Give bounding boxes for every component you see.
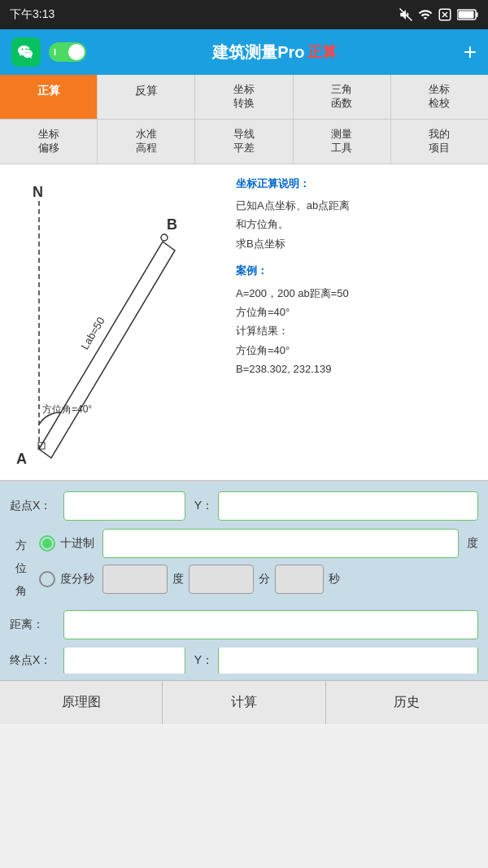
y-label-2: Y： <box>190 653 213 668</box>
header-title: 建筑测量Pro正算 <box>212 41 337 63</box>
case-line-2: 计算结果： <box>236 321 480 340</box>
nav-fansu[interactable]: 反算 <box>98 75 195 119</box>
zhongdian-x-input[interactable] <box>63 648 185 674</box>
jinjin-label: 十进制 <box>60 536 98 551</box>
case-line-0: A=200，200 ab距离=50 <box>236 284 480 303</box>
fenfen-row: 度分秒 度 分 秒 <box>39 565 478 594</box>
fangwei-vertical-label: 方 位 角 <box>10 529 33 602</box>
jisuan-button[interactable]: 计算 <box>163 681 325 724</box>
jinjin-radio[interactable] <box>39 535 55 552</box>
nav-zuobiao-jianjiao[interactable]: 坐标检校 <box>391 75 488 119</box>
fen-label: 分 <box>259 572 270 587</box>
qidian-y-input[interactable] <box>218 491 478 521</box>
battery-icon <box>457 9 478 20</box>
nav-row-2: 坐标偏移 水准高程 导线平差 测量工具 我的项目 <box>0 120 488 164</box>
status-bar: 下午3:13 <box>0 0 488 29</box>
case-line-3: 方位角=40° <box>236 341 480 360</box>
case-title: 案例： <box>236 261 480 280</box>
fen-input[interactable] <box>189 565 254 594</box>
description-title: 坐标正算说明： <box>236 174 480 193</box>
bottom-toolbar: 原理图 计算 历史 <box>0 680 488 724</box>
nav-daoxian[interactable]: 导线平差 <box>195 120 293 164</box>
case-line-4: B=238.302, 232.139 <box>236 360 480 378</box>
diagram-area: N A B <box>0 164 228 480</box>
svg-text:A: A <box>16 451 27 467</box>
wifi-icon <box>418 7 433 22</box>
miao-label: 秒 <box>329 572 340 587</box>
nav-zhengsu[interactable]: 正算 <box>0 75 98 119</box>
close-icon <box>438 7 452 22</box>
time-label: 下午3:13 <box>10 7 54 22</box>
toggle-thumb <box>68 44 85 60</box>
y-label-1: Y： <box>190 499 213 513</box>
form-area: 起点X： Y： 方 位 角 十进制 度 <box>0 482 488 680</box>
svg-text:方位角=40°: 方位角=40° <box>42 403 92 415</box>
status-icons <box>399 7 478 22</box>
nav-shuizhun[interactable]: 水准高程 <box>98 120 195 164</box>
svg-rect-5 <box>477 12 478 17</box>
fangwei-section: 方 位 角 十进制 度 度分秒 度 分 <box>10 529 478 602</box>
toggle-label: I <box>54 47 56 57</box>
wechat-icon[interactable] <box>11 37 41 67</box>
content-area: N A B <box>0 164 488 482</box>
svg-text:N: N <box>33 184 43 200</box>
nav-celiang[interactable]: 测量工具 <box>294 120 391 164</box>
juli-input[interactable] <box>63 610 478 639</box>
fenfen-radio[interactable] <box>39 571 55 587</box>
jinjin-input[interactable] <box>102 529 459 558</box>
yuanli-button[interactable]: 原理图 <box>0 681 163 724</box>
svg-rect-6 <box>459 11 474 19</box>
svg-point-11 <box>161 234 168 241</box>
svg-text:B: B <box>167 216 177 233</box>
qidian-label: 起点X： <box>10 499 59 513</box>
description-body: 已知A点坐标、ab点距离 和方位角。 求B点坐标 <box>236 196 480 253</box>
juli-row: 距离： <box>10 610 478 639</box>
fenfen-label: 度分秒 <box>60 572 98 587</box>
header: I 建筑测量Pro正算 + <box>0 29 488 75</box>
nav-wode[interactable]: 我的项目 <box>391 120 488 164</box>
juli-label: 距离： <box>10 617 59 632</box>
lishi-button[interactable]: 历史 <box>326 681 488 724</box>
qidian-x-input[interactable] <box>63 491 185 521</box>
nav-zuobiao-pianyi[interactable]: 坐标偏移 <box>0 120 98 164</box>
nav-zuobiao-zhuanhuan[interactable]: 坐标转换 <box>195 75 293 119</box>
header-left: I <box>11 37 86 67</box>
add-button[interactable]: + <box>464 39 477 65</box>
jinjin-row: 十进制 度 <box>39 529 478 558</box>
nav-row-1: 正算 反算 坐标转换 三角函数 坐标检校 <box>0 75 488 120</box>
du-unit: 度 <box>467 536 478 551</box>
miao-input[interactable] <box>275 565 324 594</box>
svg-marker-12 <box>39 242 175 458</box>
du-label: 度 <box>172 572 184 587</box>
right-description: 坐标正算说明： 已知A点坐标、ab点距离 和方位角。 求B点坐标 案例： A=2… <box>228 164 488 480</box>
mute-icon <box>399 7 413 22</box>
diagram-svg: N A B <box>8 172 220 473</box>
du-input[interactable] <box>102 565 168 594</box>
qidian-row: 起点X： Y： <box>10 491 478 521</box>
zhongdian-label: 终点X： <box>10 653 59 668</box>
case-line-1: 方位角=40° <box>236 303 480 321</box>
zhongdian-row: 终点X： Y： <box>10 648 478 674</box>
nav-sanjiao[interactable]: 三角函数 <box>294 75 391 119</box>
fangwei-options: 十进制 度 度分秒 度 分 秒 <box>39 529 478 594</box>
zhongdian-y-input[interactable] <box>218 648 478 674</box>
toggle-switch[interactable]: I <box>49 42 86 62</box>
